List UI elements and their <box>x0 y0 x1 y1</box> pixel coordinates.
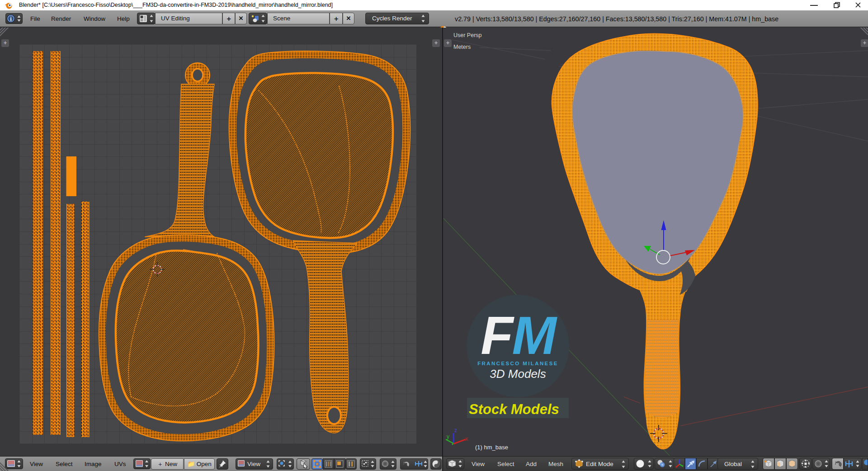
svg-text:i: i <box>10 15 12 22</box>
svg-text:z: z <box>454 427 457 433</box>
svg-text:View: View <box>247 461 260 467</box>
svg-text:y: y <box>447 433 449 440</box>
svg-text:x: x <box>465 436 468 442</box>
